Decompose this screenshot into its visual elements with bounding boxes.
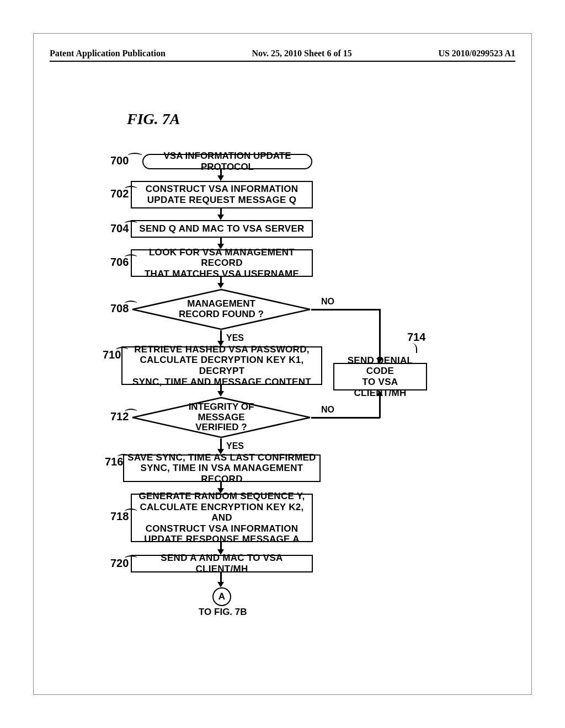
label-no: NO (321, 297, 334, 307)
arrow (220, 438, 222, 449)
block-save-sync: SAVE SYNC, TIME AS LAST CONFIRMED SYNC, … (123, 454, 321, 482)
decision-integrity: INTEGRITY OF MESSAGE VERIFIED ? (131, 397, 311, 438)
arrowhead-icon (217, 175, 224, 181)
arrowhead-icon (217, 582, 224, 587)
connector-letter: A (218, 591, 225, 602)
connector-circle: A (212, 587, 231, 606)
arrow (220, 542, 222, 550)
block-text: SEND Q AND MAC TO VSA SERVER (139, 223, 304, 234)
leader-712: ⁀ (125, 409, 136, 424)
leader-700: ⁀ (129, 153, 141, 168)
leader-706: ⁀ (125, 255, 136, 269)
leader-704: ⁀ (125, 221, 136, 235)
block-text: SEND A AND MAC TO VSA CLIENT/MH (135, 553, 308, 574)
leader-714 (409, 343, 417, 353)
ref-700: 700 (110, 154, 129, 167)
arrow (220, 572, 222, 582)
line (379, 396, 381, 418)
block-look-record: LOOK FOR VSA MANAGEMENT RECORD THAT MATC… (131, 249, 313, 277)
leader-716: ⁀ (118, 454, 129, 469)
decision-record-found: MANAGEMENT RECORD FOUND ? (131, 288, 311, 330)
leader-708: ⁀ (125, 301, 136, 315)
block-send-a: SEND A AND MAC TO VSA CLIENT/MH (131, 555, 313, 572)
leader-720: ⁀ (125, 556, 136, 570)
ref-714: 714 (407, 331, 425, 344)
arrow (220, 330, 222, 341)
decision-text: INTEGRITY OF MESSAGE VERIFIED ? (177, 402, 266, 433)
arrowhead-icon (376, 390, 383, 396)
block-send-denial: SEND DENIAL CODE TO VSA CLIENT/MH (333, 363, 427, 390)
terminator-protocol: VSA INFORMATION UPDATE PROTOCOL (142, 154, 312, 169)
leader-702: ⁀ (125, 186, 136, 201)
label-yes: YES (226, 333, 244, 343)
block-generate-response: GENERATE RANDOM SEQUENCE Y, CALCULATE EN… (131, 494, 313, 542)
line (311, 417, 380, 419)
block-text: LOOK FOR VSA MANAGEMENT RECORD THAT MATC… (135, 247, 308, 280)
connector-caption: TO FIG. 7B (199, 607, 247, 618)
block-construct-q: CONSTRUCT VSA INFORMATION UPDATE REQUEST… (131, 181, 313, 208)
arrowhead-icon (217, 215, 224, 220)
block-retrieve-decrypt: RETRIEVE HASHED VSA PASSWORD, CALCULATE … (121, 346, 322, 385)
terminator-text: VSA INFORMATION UPDATE PROTOCOL (151, 151, 303, 173)
leader-710: ⁀ (116, 347, 127, 362)
label-yes: YES (226, 441, 244, 451)
line (311, 309, 380, 311)
line (379, 309, 381, 358)
leader-718: ⁀ (125, 509, 136, 523)
block-text: GENERATE RANDOM SEQUENCE Y, CALCULATE EN… (135, 491, 308, 545)
decision-text: MANAGEMENT RECORD FOUND ? (179, 299, 264, 319)
arrowhead-icon (217, 283, 224, 288)
block-send-q: SEND Q AND MAC TO VSA SERVER (131, 220, 313, 238)
block-text: RETRIEVE HASHED VSA PASSWORD, CALCULATE … (126, 344, 318, 387)
flowchart: VSA INFORMATION UPDATE PROTOCOL 700 ⁀ CO… (0, 0, 565, 728)
arrowhead-icon (217, 391, 224, 397)
label-no: NO (321, 405, 334, 415)
block-text: SAVE SYNC, TIME AS LAST CONFIRMED SYNC, … (127, 452, 316, 485)
block-text: CONSTRUCT VSA INFORMATION UPDATE REQUEST… (146, 184, 299, 205)
